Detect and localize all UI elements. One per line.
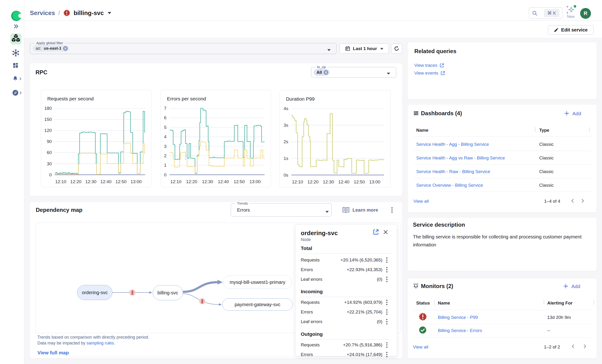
svg-text:7: 7 <box>164 106 167 111</box>
svg-text:3s: 3s <box>284 123 288 128</box>
svg-text:12:10: 12:10 <box>170 179 181 184</box>
svg-text:12:50: 12:50 <box>354 179 365 184</box>
svg-text:12:10: 12:10 <box>292 179 303 184</box>
svg-text:12:20: 12:20 <box>186 179 197 184</box>
svg-text:12:50: 12:50 <box>234 179 245 184</box>
svg-text:30: 30 <box>47 161 52 166</box>
svg-text:4: 4 <box>164 134 167 139</box>
svg-text:4s: 4s <box>284 106 288 111</box>
svg-text:12:30: 12:30 <box>323 179 334 184</box>
svg-text:12:40: 12:40 <box>218 179 229 184</box>
svg-text:12:50: 12:50 <box>116 179 127 184</box>
svg-text:13:00: 13:00 <box>249 179 260 184</box>
svg-text:12:20: 12:20 <box>307 179 318 184</box>
svg-text:12:30: 12:30 <box>85 179 97 184</box>
svg-text:2: 2 <box>164 153 167 158</box>
svg-text:6: 6 <box>164 115 167 120</box>
svg-text:3: 3 <box>164 144 167 149</box>
svg-text:Duration P99: Duration P99 <box>286 96 315 102</box>
svg-text:1s: 1s <box>284 156 288 161</box>
svg-text:1: 1 <box>164 163 167 168</box>
svg-text:12:20: 12:20 <box>70 179 81 184</box>
svg-text:13:00: 13:00 <box>130 179 141 184</box>
svg-text:Requests per second: Requests per second <box>47 96 94 101</box>
svg-text:5: 5 <box>164 125 167 130</box>
svg-text:150: 150 <box>44 117 52 122</box>
svg-text:Errors per second: Errors per second <box>167 96 206 101</box>
svg-text:12:40: 12:40 <box>100 179 111 184</box>
svg-text:12:40: 12:40 <box>338 179 349 184</box>
svg-text:12:10: 12:10 <box>55 179 66 184</box>
svg-text:2s: 2s <box>284 139 288 144</box>
svg-text:13:00: 13:00 <box>369 179 380 184</box>
svg-text:90: 90 <box>47 139 52 144</box>
svg-text:180: 180 <box>44 106 52 111</box>
svg-text:12:30: 12:30 <box>202 179 213 184</box>
svg-text:0s: 0s <box>284 172 288 178</box>
svg-text:120: 120 <box>44 128 52 133</box>
svg-text:0: 0 <box>49 172 52 177</box>
svg-text:60: 60 <box>47 150 52 155</box>
svg-text:0: 0 <box>164 172 167 177</box>
